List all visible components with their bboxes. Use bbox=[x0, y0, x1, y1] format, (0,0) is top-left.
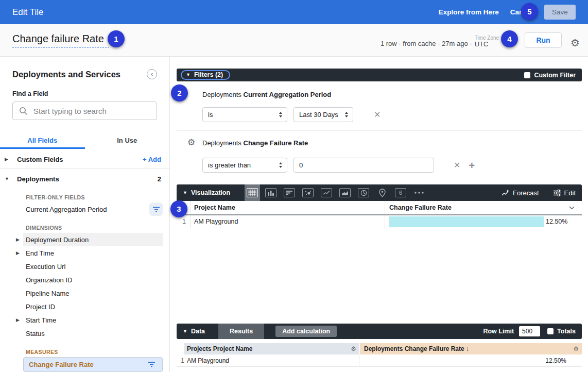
custom-filter-checkbox[interactable] bbox=[524, 72, 530, 78]
field-picker-sidebar: Deployments and Services ‹ Find a Field … bbox=[0, 57, 170, 372]
edit-viz-button[interactable]: Edit bbox=[554, 189, 576, 197]
column-gear-icon[interactable]: ⚙ bbox=[573, 345, 579, 352]
field-project-id[interactable]: Project ID bbox=[23, 300, 163, 313]
viz-type-single-value-icon[interactable]: 6 bbox=[393, 184, 408, 201]
viz-type-picker: 6 bbox=[245, 184, 427, 201]
filter-value-select[interactable]: Last 30 Days bbox=[293, 107, 353, 122]
chevron-down-icon[interactable] bbox=[569, 206, 575, 210]
caret-down-icon: ▼ bbox=[186, 72, 191, 77]
collapse-sidebar-icon[interactable]: ‹ bbox=[147, 69, 157, 79]
caret-right-icon[interactable]: ▶ bbox=[16, 317, 20, 323]
remove-filter-icon[interactable]: ✕ bbox=[454, 160, 460, 170]
timezone-value: UTC bbox=[475, 41, 499, 48]
deployments-group[interactable]: ▼ Deployments 2 bbox=[0, 172, 169, 185]
results-tab[interactable]: Results bbox=[218, 324, 264, 339]
row-number: 1 bbox=[177, 357, 184, 364]
section-dimensions: DIMENSIONS bbox=[0, 222, 169, 233]
data-col-project-name[interactable]: Projects Project Name ⚙ bbox=[184, 343, 359, 354]
viz-type-area-chart-icon[interactable] bbox=[337, 184, 353, 201]
filter-row-current-aggregation-period: Deployments Current Aggregation Period i… bbox=[177, 81, 582, 122]
tab-in-use[interactable]: In Use bbox=[85, 132, 170, 149]
field-pipeline-name[interactable]: Pipeline Name bbox=[23, 286, 163, 300]
filter-operator-select[interactable]: is bbox=[202, 107, 287, 122]
query-settings-gear-icon[interactable]: ⚙ bbox=[570, 38, 580, 48]
totals-toggle[interactable]: Totals bbox=[547, 328, 576, 335]
cell-change-failure-rate[interactable]: 12.50% bbox=[385, 215, 582, 228]
viz-type-line-chart-icon[interactable] bbox=[319, 184, 334, 201]
viz-type-pie-chart-icon[interactable] bbox=[356, 184, 371, 201]
filter-gear-icon[interactable]: ⚙ bbox=[187, 138, 195, 147]
add-custom-field-button[interactable]: + Add bbox=[143, 156, 161, 163]
caret-right-icon[interactable]: ▶ bbox=[5, 157, 8, 162]
filter-view-name: Deployments bbox=[202, 139, 241, 147]
viz-col-change-failure-rate[interactable]: Change Failure Rate bbox=[385, 201, 582, 214]
column-gear-icon[interactable]: ⚙ bbox=[351, 345, 356, 352]
field-start-time[interactable]: ▶Start Time bbox=[23, 313, 163, 327]
field-status[interactable]: Status bbox=[23, 327, 163, 340]
field-deployment-duration[interactable]: ▶Deployment Duration bbox=[23, 233, 163, 246]
caret-down-icon[interactable]: ▼ bbox=[5, 176, 9, 181]
spacer bbox=[177, 228, 582, 324]
cell-change-failure-rate[interactable]: 12.50% bbox=[360, 357, 582, 364]
filter-icon[interactable] bbox=[149, 202, 163, 216]
custom-fields-group[interactable]: ▶ Custom Fields + Add bbox=[0, 153, 169, 166]
viz-table-row[interactable]: 1 AM Playground 12.50% bbox=[177, 215, 582, 228]
viz-type-bar-chart-icon[interactable] bbox=[282, 184, 297, 201]
window-title: Edit Tile bbox=[12, 7, 43, 18]
add-filter-icon[interactable]: + bbox=[469, 160, 475, 171]
field-organization-id[interactable]: Organization ID bbox=[23, 273, 163, 286]
field-current-aggregation-period[interactable]: Current Aggregation Period bbox=[23, 202, 163, 216]
filters-toggle[interactable]: ▼ Filters (2) bbox=[181, 70, 230, 80]
viz-col-project-name[interactable]: Project Name bbox=[190, 201, 385, 214]
explore-from-here-link[interactable]: Explore from Here bbox=[439, 8, 499, 16]
caret-right-icon[interactable]: ▶ bbox=[16, 237, 20, 242]
cell-project-name[interactable]: AM Playground bbox=[190, 215, 385, 228]
caret-down-icon[interactable]: ▼ bbox=[183, 190, 187, 195]
data-col-change-failure-rate[interactable]: Deployments Change Failure Rate ↓ ⚙ bbox=[360, 343, 582, 354]
viz-type-scatter-icon[interactable] bbox=[300, 184, 316, 201]
app-header: Edit Tile Explore from Here Cancel Save bbox=[0, 0, 588, 24]
visualization-section-bar: ▼ Visualization bbox=[177, 184, 582, 201]
filters-section-bar: ▼ Filters (2) Custom Filter bbox=[177, 69, 582, 81]
custom-filter-toggle[interactable]: Custom Filter bbox=[524, 72, 576, 79]
section-measures: MEASURES bbox=[0, 346, 169, 357]
fields-in-use-count: 2 bbox=[158, 175, 161, 183]
cell-project-name[interactable]: AM Playground bbox=[184, 354, 359, 366]
caret-right-icon[interactable]: ▶ bbox=[16, 250, 20, 256]
field-end-time[interactable]: ▶End Time bbox=[23, 246, 163, 260]
field-execution-url[interactable]: Execution Url bbox=[23, 260, 163, 273]
tab-all-fields[interactable]: All Fields bbox=[0, 132, 85, 149]
field-change-failure-rate[interactable]: Change Failure Rate bbox=[23, 357, 163, 372]
viz-type-map-icon[interactable] bbox=[374, 184, 390, 201]
data-table-row[interactable]: 1 AM Playground 12.50% bbox=[177, 354, 582, 367]
caret-down-icon[interactable]: ▼ bbox=[183, 329, 187, 334]
visualization-table: Project Name Change Failure Rate 1 AM Pl… bbox=[177, 201, 582, 228]
active-tab-underline bbox=[0, 147, 85, 149]
filter-field-name: Current Aggregation Period bbox=[244, 91, 332, 98]
run-button[interactable]: Run bbox=[525, 32, 562, 48]
viz-table-header: Project Name Change Failure Rate bbox=[177, 201, 582, 215]
filter-operator-select[interactable]: is greater than bbox=[202, 158, 287, 173]
viz-type-table-icon[interactable] bbox=[245, 184, 260, 201]
forecast-button[interactable]: Forecast bbox=[501, 189, 539, 197]
field-search-box[interactable] bbox=[12, 102, 157, 120]
viz-type-column-chart-icon[interactable] bbox=[263, 184, 279, 201]
divider bbox=[0, 168, 169, 169]
row-number: 1 bbox=[177, 218, 190, 225]
add-calculation-button[interactable]: Add calculation bbox=[275, 326, 337, 337]
filter-value-input[interactable] bbox=[293, 158, 434, 173]
header-actions: Explore from Here Cancel Save bbox=[439, 5, 576, 20]
tile-title-editable[interactable]: Change failure Rate bbox=[12, 33, 109, 48]
data-section-bar: ▼ Data Results Add calculation Row Limit… bbox=[177, 324, 582, 339]
field-search-input[interactable] bbox=[33, 107, 150, 115]
explore-main-area: ▼ Filters (2) Custom Filter Deployments … bbox=[170, 57, 588, 372]
filter-icon[interactable] bbox=[145, 358, 158, 371]
row-limit-input[interactable] bbox=[519, 326, 540, 336]
save-button[interactable]: Save bbox=[544, 5, 576, 20]
remove-filter-icon[interactable]: ✕ bbox=[374, 110, 381, 120]
totals-checkbox[interactable] bbox=[547, 328, 554, 334]
query-status-area: 1 row · from cache · 27m ago · Time Zone… bbox=[381, 32, 580, 48]
search-icon bbox=[19, 107, 28, 115]
viz-type-more-icon[interactable] bbox=[411, 184, 427, 201]
field-tabs: All Fields In Use bbox=[0, 132, 169, 149]
